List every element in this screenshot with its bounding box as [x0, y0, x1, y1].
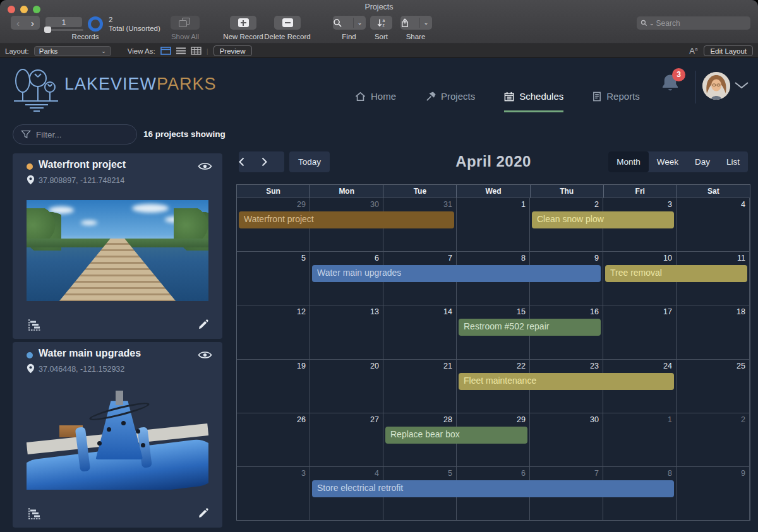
day-number: 7: [530, 467, 603, 478]
find-menu-button[interactable]: ⌄: [354, 16, 366, 30]
calendar-week-row: 262728293012Replace bear box: [237, 413, 750, 466]
brand-secondary: PARKS: [157, 74, 217, 93]
calendar-day-cell[interactable]: 18: [677, 305, 750, 358]
total-count: 2: [109, 15, 160, 24]
calendar-view-list[interactable]: List: [718, 151, 748, 172]
filter-field[interactable]: [13, 124, 137, 145]
delete-record-button[interactable]: [274, 16, 301, 30]
calendar-day-cell[interactable]: 19: [237, 360, 310, 413]
day-number: 14: [383, 305, 456, 316]
edit-project-button[interactable]: [197, 508, 208, 519]
calendar-view-month[interactable]: Month: [608, 151, 649, 172]
nav-item-schedules[interactable]: Schedules: [504, 91, 563, 112]
calendar-day-cell[interactable]: 20: [310, 360, 383, 413]
calendar-day-cell[interactable]: 30: [530, 413, 603, 466]
calendar-day-cell[interactable]: 17: [603, 305, 677, 358]
calendar-event[interactable]: Fleet maintenance: [459, 373, 674, 390]
calendar-day-cell[interactable]: 21: [383, 360, 457, 413]
share-label: Share: [397, 33, 435, 40]
notifications-button[interactable]: 3: [661, 73, 680, 93]
layout-selector[interactable]: Parks ⌄: [34, 46, 111, 56]
table-view-icon[interactable]: [191, 47, 202, 55]
calendar-day-cell[interactable]: 27: [310, 413, 383, 466]
form-view-icon[interactable]: [160, 47, 171, 55]
calendar-day-cell[interactable]: 13: [310, 305, 383, 358]
search-scope-caret[interactable]: ⌄: [649, 20, 654, 27]
calendar-event[interactable]: Clean snow plow: [532, 211, 674, 228]
share-button[interactable]: [400, 16, 419, 30]
calendar-day-cell[interactable]: 4: [677, 198, 750, 251]
list-view-icon[interactable]: [176, 47, 186, 55]
calendar-event[interactable]: Tree removal: [605, 265, 747, 282]
delete-record-label: Delete Record: [260, 33, 315, 40]
nav-item-reports[interactable]: Reports: [593, 91, 640, 112]
edit-project-button[interactable]: [197, 319, 208, 331]
day-number: 22: [457, 360, 529, 370]
calendar-day-cell[interactable]: 3: [237, 467, 310, 520]
map-pin-icon: [27, 175, 35, 185]
find-button[interactable]: [333, 16, 353, 30]
record-slider[interactable]: [44, 29, 83, 31]
share-icon: [400, 18, 409, 28]
notification-badge: 3: [672, 68, 685, 81]
project-photo-lake-dock: [27, 200, 208, 301]
user-avatar[interactable]: [702, 72, 730, 100]
toolbar-search[interactable]: ⌄: [637, 16, 750, 30]
calendar-day-cell[interactable]: 1: [603, 413, 677, 466]
nav-label: Reports: [606, 91, 640, 102]
next-record-button[interactable]: ›: [25, 16, 40, 30]
new-record-button[interactable]: [230, 16, 256, 30]
calendar-event[interactable]: Restroom #502 repair: [459, 319, 601, 336]
project-card-waterfront[interactable]: Waterfront project 37.808897, -121.74821…: [13, 153, 222, 339]
pencil-icon: [197, 508, 208, 519]
calendar-day-cell[interactable]: 9: [677, 467, 750, 520]
show-all-icon: [179, 18, 191, 28]
share-menu-button[interactable]: ⌄: [420, 16, 432, 30]
calendar-day-cell[interactable]: 25: [677, 360, 750, 413]
gantt-chart-button[interactable]: [27, 507, 42, 521]
calendar-view-day[interactable]: Day: [687, 151, 718, 172]
calendar-event[interactable]: Replace bear box: [385, 427, 527, 444]
gantt-chart-button[interactable]: [27, 319, 42, 333]
day-number: 21: [383, 360, 456, 370]
project-coordinates: 37.808897, -121.748214: [39, 176, 124, 185]
nav-item-projects[interactable]: Projects: [425, 91, 475, 112]
calendar-day-cell[interactable]: 1: [457, 198, 530, 251]
calendar-day-cell[interactable]: 2: [677, 413, 750, 466]
filemaker-toolbar: Projects ‹ › 1 2 Total (Unsorted) Record…: [0, 0, 758, 44]
total-sort-state: Total (Unsorted): [109, 24, 160, 33]
preview-button[interactable]: Preview: [214, 45, 252, 56]
nav-item-home[interactable]: Home: [355, 91, 396, 112]
filter-input[interactable]: [36, 130, 124, 139]
project-card-water-main[interactable]: Water main upgrades 37.046448, -121.1529…: [13, 342, 222, 528]
show-all-button[interactable]: [171, 16, 200, 30]
calendar-view-week[interactable]: Week: [649, 151, 687, 172]
calendar-day-cell[interactable]: 5: [237, 252, 310, 305]
search-input[interactable]: [656, 19, 738, 28]
sort-label: Sort: [365, 33, 397, 40]
weekday-label: Sat: [677, 185, 750, 198]
calendar-day-cell[interactable]: 14: [383, 305, 457, 358]
calendar-event[interactable]: Store electrical retrofit: [312, 480, 674, 497]
calendar-event[interactable]: Waterfront project: [239, 211, 454, 228]
weekday-label: Fri: [604, 185, 677, 198]
record-slider-thumb[interactable]: [44, 27, 51, 33]
day-number: 12: [237, 305, 310, 316]
sort-button[interactable]: a z: [370, 16, 392, 30]
edit-layout-button[interactable]: Edit Layout: [704, 45, 753, 56]
account-menu-button[interactable]: [734, 81, 749, 90]
current-record-field[interactable]: 1: [45, 17, 82, 27]
calendar-event[interactable]: Water main upgrades: [312, 265, 601, 282]
calendar-day-cell[interactable]: 12: [237, 305, 310, 358]
formatting-bar-icon[interactable]: Aa: [689, 46, 697, 56]
day-number: 23: [530, 360, 603, 370]
calendar-controls: Today April 2020 MonthWeekDayList: [236, 151, 750, 173]
project-status-dot: [27, 163, 33, 170]
calendar-day-cell[interactable]: 26: [237, 413, 310, 466]
view-project-button[interactable]: [198, 162, 212, 171]
day-number: 30: [530, 413, 603, 424]
find-button-group: ⌄: [333, 16, 366, 30]
previous-record-button[interactable]: ‹: [11, 16, 25, 30]
view-project-button[interactable]: [198, 350, 212, 360]
day-number: 13: [310, 305, 383, 316]
